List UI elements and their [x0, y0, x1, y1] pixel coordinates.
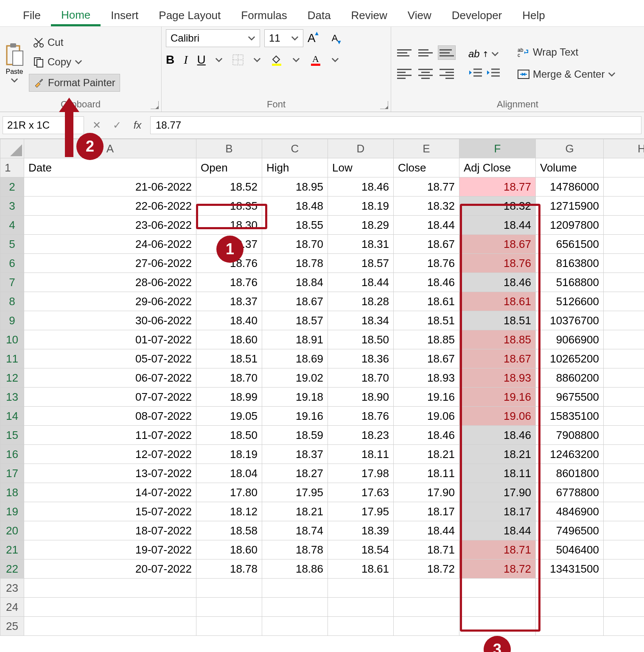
cell-G14[interactable]: 15835100 — [536, 407, 604, 426]
cell-H20[interactable] — [604, 521, 644, 540]
row-header-20[interactable]: 20 — [0, 521, 24, 540]
cell-F4[interactable]: 18.44 — [459, 216, 536, 235]
cell-E14[interactable]: 19.06 — [394, 407, 459, 426]
cell-B24[interactable] — [196, 598, 262, 617]
cell-D22[interactable]: 18.61 — [328, 559, 394, 579]
cell-E23[interactable] — [394, 579, 459, 598]
column-header-G[interactable]: G — [536, 139, 604, 158]
cell-E11[interactable]: 18.67 — [394, 349, 459, 368]
cell-G3[interactable]: 12715900 — [536, 197, 604, 216]
cell-B8[interactable]: 18.37 — [196, 292, 262, 311]
cell-C18[interactable]: 17.95 — [262, 483, 328, 502]
cell-C15[interactable]: 18.59 — [262, 426, 328, 445]
row-header-19[interactable]: 19 — [0, 502, 24, 521]
cell-F7[interactable]: 18.46 — [459, 273, 536, 292]
cell-D13[interactable]: 18.90 — [328, 388, 394, 407]
row-header-3[interactable]: 3 — [0, 197, 24, 216]
cell-E5[interactable]: 18.67 — [394, 235, 459, 254]
cell-A10[interactable]: 01-07-2022 — [24, 330, 196, 349]
ribbon-tab-view[interactable]: View — [398, 5, 442, 26]
cell-F17[interactable]: 18.11 — [459, 464, 536, 483]
row-header-24[interactable]: 24 — [0, 598, 24, 617]
cell-C14[interactable]: 19.16 — [262, 407, 328, 426]
cell-D24[interactable] — [328, 598, 394, 617]
row-header-12[interactable]: 12 — [0, 368, 24, 388]
cell-D16[interactable]: 18.11 — [328, 445, 394, 464]
cell-D17[interactable]: 17.98 — [328, 464, 394, 483]
cell-H5[interactable] — [604, 235, 644, 254]
cell-H9[interactable] — [604, 311, 644, 330]
row-header-7[interactable]: 7 — [0, 273, 24, 292]
cell-F16[interactable]: 18.21 — [459, 445, 536, 464]
cell-A23[interactable] — [24, 579, 196, 598]
cell-H12[interactable] — [604, 368, 644, 388]
cell-H18[interactable] — [604, 483, 644, 502]
paste-button[interactable]: Paste — [4, 42, 25, 84]
column-header-E[interactable]: E — [394, 139, 459, 158]
italic-button[interactable]: I — [184, 53, 188, 67]
cell-D10[interactable]: 18.50 — [328, 330, 394, 349]
cell-B25[interactable] — [196, 617, 262, 636]
row-header-4[interactable]: 4 — [0, 216, 24, 235]
font-color-icon[interactable]: A — [309, 53, 322, 66]
cell-A4[interactable]: 23-06-2022 — [24, 216, 196, 235]
cell-G16[interactable]: 12463200 — [536, 445, 604, 464]
column-header-D[interactable]: D — [328, 139, 394, 158]
cell-E2[interactable]: 18.77 — [394, 177, 459, 197]
cell-A9[interactable]: 30-06-2022 — [24, 311, 196, 330]
cell-E21[interactable]: 18.71 — [394, 540, 459, 559]
cell-G24[interactable] — [536, 598, 604, 617]
cell-E17[interactable]: 18.11 — [394, 464, 459, 483]
cell-G9[interactable]: 10376700 — [536, 311, 604, 330]
cell-A13[interactable]: 07-07-2022 — [24, 388, 196, 407]
formula-input[interactable]: 18.77 — [150, 116, 641, 134]
cell-H24[interactable] — [604, 598, 644, 617]
cell-A1[interactable]: Date — [24, 158, 196, 177]
row-header-14[interactable]: 14 — [0, 407, 24, 426]
dialog-launcher-icon[interactable] — [151, 101, 159, 109]
cell-H10[interactable] — [604, 330, 644, 349]
cell-D21[interactable]: 18.54 — [328, 540, 394, 559]
cell-C16[interactable]: 18.37 — [262, 445, 328, 464]
ribbon-tab-data[interactable]: Data — [297, 5, 341, 26]
cell-E16[interactable]: 18.21 — [394, 445, 459, 464]
row-header-17[interactable]: 17 — [0, 464, 24, 483]
cell-A18[interactable]: 14-07-2022 — [24, 483, 196, 502]
cell-C19[interactable]: 18.21 — [262, 502, 328, 521]
bold-button[interactable]: B — [166, 53, 174, 67]
align-top-icon[interactable] — [395, 45, 413, 60]
row-header-25[interactable]: 25 — [0, 617, 24, 636]
ribbon-tab-review[interactable]: Review — [341, 5, 398, 26]
align-center-icon[interactable] — [417, 67, 434, 81]
cell-H14[interactable] — [604, 407, 644, 426]
fill-color-icon[interactable] — [270, 53, 283, 66]
cell-D1[interactable]: Low — [328, 158, 394, 177]
cell-C20[interactable]: 18.74 — [262, 521, 328, 540]
cell-E6[interactable]: 18.76 — [394, 254, 459, 273]
wrap-text-button[interactable]: abc Wrap Text — [513, 45, 620, 60]
cell-H1[interactable] — [604, 158, 644, 177]
ribbon-tab-help[interactable]: Help — [512, 5, 555, 26]
row-header-11[interactable]: 11 — [0, 349, 24, 368]
cell-H23[interactable] — [604, 579, 644, 598]
cell-H2[interactable] — [604, 177, 644, 197]
row-header-9[interactable]: 9 — [0, 311, 24, 330]
cell-H4[interactable] — [604, 216, 644, 235]
cell-B18[interactable]: 17.80 — [196, 483, 262, 502]
cell-A19[interactable]: 15-07-2022 — [24, 502, 196, 521]
cell-F19[interactable]: 18.17 — [459, 502, 536, 521]
cell-E24[interactable] — [394, 598, 459, 617]
row-header-16[interactable]: 16 — [0, 445, 24, 464]
cell-G18[interactable]: 6778800 — [536, 483, 604, 502]
align-middle-icon[interactable] — [417, 45, 434, 60]
row-header-18[interactable]: 18 — [0, 483, 24, 502]
cell-F9[interactable]: 18.51 — [459, 311, 536, 330]
cell-B20[interactable]: 18.58 — [196, 521, 262, 540]
cell-C8[interactable]: 18.67 — [262, 292, 328, 311]
cell-B4[interactable]: 18.30 — [196, 216, 262, 235]
cell-C25[interactable] — [262, 617, 328, 636]
align-right-icon[interactable] — [438, 67, 456, 81]
cell-D2[interactable]: 18.46 — [328, 177, 394, 197]
cell-A5[interactable]: 24-06-2022 — [24, 235, 196, 254]
cell-A20[interactable]: 18-07-2022 — [24, 521, 196, 540]
